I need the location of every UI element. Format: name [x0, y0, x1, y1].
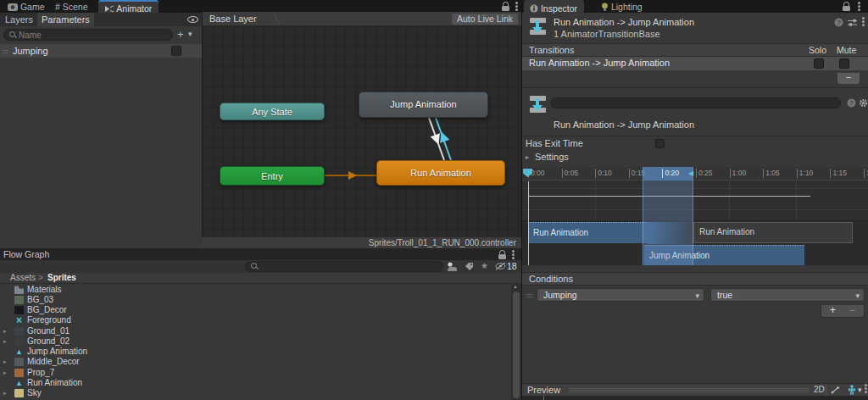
blend-curve-area[interactable]	[522, 181, 868, 220]
condition-value-dropdown[interactable]: true ▾	[710, 288, 865, 302]
foldout-icon[interactable]: ▸	[3, 388, 7, 398]
lock-icon[interactable]	[498, 253, 506, 259]
more-menu-icon[interactable]	[862, 20, 865, 23]
breadcrumb-sprites[interactable]: Sprites	[47, 273, 76, 282]
condition-list-buttons: + −	[821, 305, 865, 318]
tab-scene[interactable]: # Scene	[49, 0, 95, 13]
list-item[interactable]: ▸ Middle_Decor	[0, 357, 511, 367]
tab-game[interactable]: Game	[2, 0, 52, 13]
gear-icon[interactable]	[859, 98, 868, 108]
tab-layers[interactable]: Layers	[5, 14, 33, 25]
avatar-dropdown-caret-icon[interactable]: ▾	[858, 386, 862, 394]
lock-icon[interactable]	[502, 4, 509, 11]
preset-icon[interactable]	[848, 19, 857, 27]
transition-list-row[interactable]: Run Animation -> Jump Animation	[522, 57, 868, 70]
texture-icon	[14, 358, 24, 366]
foldout-icon[interactable]: ▸	[3, 326, 7, 336]
tab-lighting[interactable]: Lighting	[595, 0, 649, 13]
eye-icon[interactable]	[187, 16, 198, 23]
more-menu-icon[interactable]	[865, 387, 867, 390]
parameter-checkbox[interactable]	[171, 46, 181, 56]
preview-2d-toggle[interactable]: 2D	[814, 385, 825, 394]
timeline-start-handle[interactable]	[528, 181, 529, 265]
transition-name-field[interactable]	[550, 97, 841, 108]
scrollbar-up-icon[interactable]: ▲	[513, 284, 518, 289]
more-menu-icon[interactable]	[515, 5, 518, 8]
lock-icon[interactable]	[843, 4, 850, 11]
transition-icon	[528, 18, 548, 36]
preview-playhead[interactable]	[543, 396, 544, 400]
add-condition-button[interactable]: +	[830, 305, 836, 316]
favorites-star-icon[interactable]: ★	[481, 261, 488, 270]
animation-clip-icon: ▲	[14, 379, 24, 387]
list-item[interactable]: BG_Decor	[0, 305, 511, 315]
drag-handle-icon[interactable]	[3, 50, 8, 51]
project-scrollbar[interactable]: ▲	[511, 284, 521, 400]
list-item[interactable]: BG_03	[0, 295, 511, 305]
search-by-type-icon[interactable]	[447, 262, 457, 271]
has-exit-time-row: Has Exit Time	[522, 138, 868, 151]
more-menu-icon[interactable]	[858, 5, 860, 8]
state-node-any-state[interactable]: Any State	[220, 103, 325, 120]
transition-timeline[interactable]: 0:00 0:05 0:10 0:15 0:20 0:25 1:00 1:05 …	[522, 167, 868, 265]
drag-handle-icon[interactable]	[526, 294, 533, 295]
list-item[interactable]: ▸ Ground_01	[0, 326, 511, 336]
preview-drag-handle[interactable]	[569, 388, 809, 392]
help-icon[interactable]: ?	[847, 98, 856, 108]
add-parameter-caret-icon[interactable]: ▾	[188, 30, 192, 38]
solo-checkbox[interactable]	[814, 58, 824, 69]
mute-checkbox[interactable]	[839, 58, 849, 69]
timeline-ruler[interactable]: 0:00 0:05 0:10 0:15 0:20 0:25 1:00 1:05 …	[522, 167, 868, 181]
add-parameter-button[interactable]: +	[177, 28, 184, 41]
search-by-label-icon[interactable]	[465, 262, 474, 271]
clip-bar-run-animation-2[interactable]: Run Animation	[693, 222, 853, 243]
project-tabbar: Flow Graph	[0, 248, 521, 260]
help-icon[interactable]: ?	[834, 18, 843, 27]
condition-parameter-dropdown[interactable]: Jumping ▾	[537, 288, 704, 302]
scrollbar-thumb[interactable]	[513, 292, 520, 398]
humanoid-avatar-icon[interactable]	[848, 385, 856, 395]
page-title: Run Animation -> Jump Animation	[554, 17, 694, 27]
foldout-icon[interactable]: ▸	[3, 357, 7, 367]
transition-selection-overlay[interactable]	[643, 167, 693, 265]
state-node-run-animation[interactable]: Run Animation	[376, 160, 505, 186]
preview-label: Preview	[527, 385, 560, 395]
parameter-row-jumping[interactable]: Jumping	[0, 44, 202, 58]
remove-condition-button[interactable]: −	[849, 305, 855, 316]
tab-animator[interactable]: Animator	[98, 0, 159, 13]
settings-foldout[interactable]: ▸ Settings	[522, 152, 868, 164]
left-window-tabbar: Game # Scene Animator	[0, 0, 521, 13]
list-item[interactable]: Materials	[0, 285, 511, 295]
list-item[interactable]: ▸ Ground_02	[0, 336, 511, 347]
more-menu-icon[interactable]	[512, 253, 515, 256]
tab-flow-graph[interactable]: Flow Graph	[3, 249, 49, 259]
state-node-jump-animation[interactable]: Jump Animation	[359, 92, 488, 118]
search-icon	[9, 31, 18, 40]
list-item[interactable]: × Foreground	[0, 315, 511, 325]
parameter-search-input[interactable]	[3, 29, 173, 41]
avatar-pivot-icon[interactable]	[830, 386, 840, 395]
has-exit-time-checkbox[interactable]	[655, 139, 665, 148]
solo-column-label: Solo	[809, 44, 826, 57]
tab-parameters[interactable]: Parameters	[37, 13, 94, 26]
breadcrumb-assets[interactable]: Assets	[10, 273, 36, 282]
preview-bar[interactable]: Preview 2D ▾	[522, 383, 868, 396]
foldout-icon[interactable]: ▸	[3, 336, 7, 347]
tab-scene-label: Scene	[63, 2, 88, 12]
list-item[interactable]: ▲ Jump Animation	[0, 347, 511, 357]
project-search-input[interactable]	[245, 261, 443, 272]
sprite-icon: ×	[14, 316, 24, 325]
hidden-count-eye-slash-icon[interactable]	[495, 262, 506, 270]
remove-transition-button[interactable]: −	[837, 73, 860, 84]
clip-bar-run-animation[interactable]: Run Animation	[528, 222, 648, 243]
list-item[interactable]: ▸ Sky	[0, 388, 511, 398]
list-item[interactable]: ▲ Run Animation	[0, 378, 511, 388]
transition-end-marker-icon[interactable]: ◀	[688, 169, 693, 177]
texture-icon	[14, 327, 24, 336]
state-node-entry[interactable]: Entry	[220, 166, 325, 186]
info-icon	[530, 4, 538, 13]
list-item[interactable]: ▸ Prop_7	[0, 368, 511, 378]
foldout-icon[interactable]: ▸	[3, 368, 7, 378]
texture-icon	[14, 296, 24, 304]
tab-inspector[interactable]: Inspector	[524, 0, 584, 13]
